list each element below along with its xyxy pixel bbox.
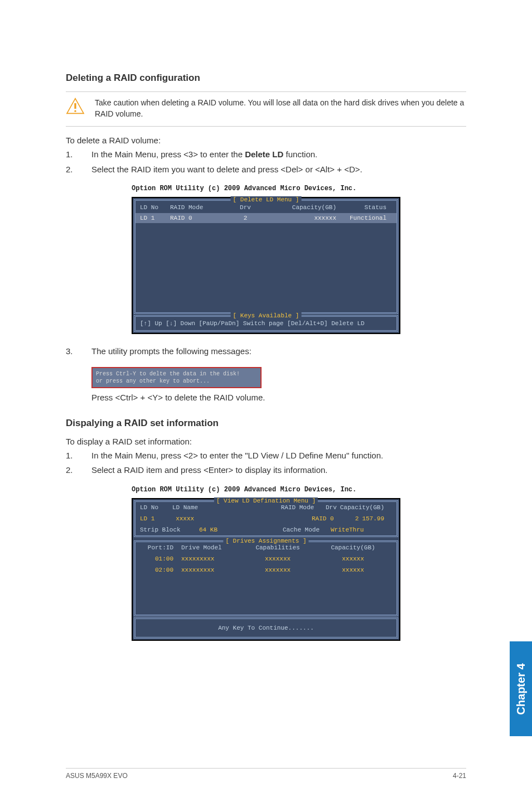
steps-delete-3: The utility prompts the following messag… bbox=[66, 345, 466, 358]
svg-point-1 bbox=[74, 110, 76, 112]
footer-right: 4-21 bbox=[453, 772, 466, 780]
terminal-footer-frame: [ Keys Available ] [↑] Up [↓] Down [PaUp… bbox=[134, 315, 398, 332]
terminal-footer-title: [ Keys Available ] bbox=[231, 312, 302, 319]
confirm-line-1: Press Ctrl-Y to delte the data in the di… bbox=[96, 370, 257, 378]
td-ldno: LD 1 bbox=[140, 215, 170, 221]
d1-model: xxxxxxxxx bbox=[177, 555, 238, 562]
ih-cap: Capacity(GB) bbox=[340, 504, 389, 511]
intro-display: To display a RAID set information: bbox=[66, 437, 466, 446]
display-step-1-text: In the Main Menu, press <2> to enter the… bbox=[91, 450, 383, 462]
confirm-prompt-box: Press Ctrl-Y to delte the data in the di… bbox=[91, 367, 262, 388]
iv-drv: 2 bbox=[337, 515, 359, 522]
step-1-pre: In the Main Menu, press <3> to enter the bbox=[91, 149, 245, 159]
section-heading-delete: Deleting a RAID configuration bbox=[66, 73, 466, 84]
terminal-title-1: [ Delete LD Menu ] bbox=[231, 196, 302, 203]
footer-left: ASUS M5A99X EVO bbox=[66, 772, 128, 780]
continue-text: Any Key To Continue....... bbox=[218, 625, 314, 631]
th-ldno: LD No bbox=[140, 204, 170, 211]
chapter-tab: Chapter 4 bbox=[510, 641, 532, 736]
info-strip-row: Strip Block 64 KB Cache Mode WriteThru bbox=[136, 524, 396, 535]
d2-cap: xxxxxx bbox=[317, 567, 389, 573]
d2-capab: xxxxxxx bbox=[241, 567, 314, 573]
display-step-2: Select a RAID item and press <Enter> to … bbox=[66, 464, 466, 477]
iv-mode: RAID 0 bbox=[291, 515, 334, 522]
td-mode: RAID 0 bbox=[170, 215, 221, 221]
step-3-text: The utility prompts the following messag… bbox=[91, 345, 252, 358]
caution-text: Take caution when deleting a RAID volume… bbox=[95, 98, 466, 119]
th-status: Status bbox=[336, 204, 392, 211]
terminal-delete-ld: [ Delete LD Menu ] LD No RAID Mode Drv C… bbox=[132, 197, 400, 334]
dh-port: Port:ID bbox=[140, 544, 173, 551]
d2-port: 02:00 bbox=[140, 567, 173, 573]
terminal-empty-space bbox=[136, 223, 396, 312]
strip-lbl: Strip Block bbox=[140, 526, 196, 533]
drive-row-1: 01:00 xxxxxxxxx xxxxxxx xxxxxx bbox=[136, 553, 396, 564]
post-confirm-text: Press <Ctrl> + <Y> to delete the RAID vo… bbox=[91, 393, 466, 402]
warning-icon bbox=[66, 98, 85, 114]
step-1-bold: Delete LD bbox=[245, 149, 283, 159]
dh-capab: Capabilities bbox=[241, 544, 314, 551]
iv-ldname: xxxxx bbox=[176, 515, 230, 522]
terminal-caption-1: Option ROM Utility (c) 2009 Advanced Mic… bbox=[132, 185, 400, 192]
d1-capab: xxxxxxx bbox=[241, 555, 314, 562]
cache-lbl: Cache Mode bbox=[258, 526, 320, 533]
th-cap: Capacity(GB) bbox=[269, 204, 336, 211]
drive-row-2: 02:00 xxxxxxxxx xxxxxxx xxxxxx bbox=[136, 564, 396, 576]
terminal-selected-row: LD 1 RAID 0 2 xxxxxx Functional bbox=[136, 213, 396, 223]
terminal-continue: Any Key To Continue....... bbox=[134, 617, 398, 639]
cache-val: WriteThru bbox=[323, 526, 389, 533]
drives-empty-space bbox=[136, 576, 396, 615]
terminal-title-2: [ View LD Defination Menu ] bbox=[214, 497, 318, 504]
step-2: Select the RAID item you want to delete … bbox=[66, 163, 466, 176]
section-heading-display: Dispalying a RAID set information bbox=[66, 418, 466, 429]
iv-ldno: LD 1 bbox=[140, 515, 172, 522]
dh-model: Drive Model bbox=[177, 544, 238, 551]
caution-block: Take caution when deleting a RAID volume… bbox=[66, 91, 466, 127]
terminal-caption-2: Option ROM Utility (c) 2009 Advanced Mic… bbox=[132, 486, 400, 494]
th-mode: RAID Mode bbox=[170, 204, 221, 211]
dh-cap: Capacity(GB) bbox=[317, 544, 389, 551]
ih-ldno: LD No bbox=[140, 504, 169, 511]
d2-model: xxxxxxxxx bbox=[177, 567, 238, 573]
confirm-line-2: or press any other key to abort... bbox=[96, 378, 257, 385]
step-1: In the Main Menu, press <3> to enter the… bbox=[66, 148, 466, 161]
d1-cap: xxxxxx bbox=[317, 555, 389, 562]
ih-mode: RAID Mode bbox=[275, 504, 314, 511]
step-1-post: function. bbox=[283, 149, 317, 159]
intro-delete: To delete a RAID volume: bbox=[66, 136, 466, 145]
svg-rect-0 bbox=[74, 103, 76, 109]
page-footer: ASUS M5A99X EVO 4-21 bbox=[66, 768, 466, 780]
drives-assign-title: [ Drives Assignments ] bbox=[223, 538, 308, 544]
td-drv: 2 bbox=[221, 215, 269, 221]
td-status: Functional bbox=[336, 215, 392, 221]
ih-ldname: LD Name bbox=[172, 504, 221, 511]
info-value-row: LD 1 xxxxx RAID 0 2 157.99 bbox=[136, 513, 396, 524]
display-step-2-text: Select a RAID item and press <Enter> to … bbox=[91, 464, 328, 477]
chapter-tab-label: Chapter 4 bbox=[515, 663, 528, 714]
step-3: The utility prompts the following messag… bbox=[66, 345, 466, 358]
iv-cap: 157.99 bbox=[362, 515, 389, 522]
d1-port: 01:00 bbox=[140, 555, 173, 562]
steps-display: In the Main Menu, press <2> to enter the… bbox=[66, 450, 466, 477]
display-step-1: In the Main Menu, press <2> to enter the… bbox=[66, 450, 466, 462]
td-cap: xxxxxx bbox=[269, 215, 336, 221]
strip-val: 64 KB bbox=[199, 526, 255, 533]
terminal-footer-keys: [↑] Up [↓] Down [PaUp/PaDn] Switch page … bbox=[140, 320, 365, 327]
th-drv: Drv bbox=[221, 204, 269, 211]
step-2-text: Select the RAID item you want to delete … bbox=[91, 163, 362, 176]
steps-delete: In the Main Menu, press <3> to enter the… bbox=[66, 148, 466, 176]
ih-drv: Drv bbox=[317, 504, 337, 511]
terminal-view-ld: [ View LD Defination Menu ] LD No LD Nam… bbox=[132, 498, 400, 641]
